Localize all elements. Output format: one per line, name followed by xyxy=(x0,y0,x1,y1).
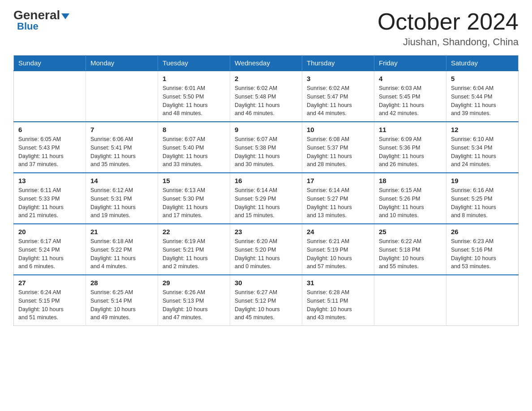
day-number: 12 xyxy=(451,126,514,133)
calendar-cell xyxy=(14,71,86,122)
day-number: 27 xyxy=(18,279,81,287)
day-info: Sunrise: 6:02 AM Sunset: 5:47 PM Dayligh… xyxy=(307,84,369,118)
calendar-cell: 31Sunrise: 6:28 AM Sunset: 5:11 PM Dayli… xyxy=(302,275,374,326)
day-info: Sunrise: 6:11 AM Sunset: 5:33 PM Dayligh… xyxy=(18,186,81,220)
day-number: 5 xyxy=(451,75,514,82)
calendar-cell: 1Sunrise: 6:01 AM Sunset: 5:50 PM Daylig… xyxy=(158,71,230,122)
calendar-cell: 2Sunrise: 6:02 AM Sunset: 5:48 PM Daylig… xyxy=(230,71,302,122)
day-info: Sunrise: 6:07 AM Sunset: 5:40 PM Dayligh… xyxy=(163,135,225,169)
calendar-cell xyxy=(374,275,446,326)
day-number: 13 xyxy=(18,177,81,184)
day-number: 29 xyxy=(163,279,225,287)
day-number: 21 xyxy=(90,228,153,235)
day-number: 15 xyxy=(163,177,225,184)
calendar-cell: 23Sunrise: 6:20 AM Sunset: 5:20 PM Dayli… xyxy=(230,224,302,275)
calendar-header-sunday: Sunday xyxy=(14,56,86,71)
calendar-header-tuesday: Tuesday xyxy=(158,56,230,71)
calendar-cell: 30Sunrise: 6:27 AM Sunset: 5:12 PM Dayli… xyxy=(230,275,302,326)
calendar-cell: 13Sunrise: 6:11 AM Sunset: 5:33 PM Dayli… xyxy=(14,173,86,224)
calendar-cell: 17Sunrise: 6:14 AM Sunset: 5:27 PM Dayli… xyxy=(302,173,374,224)
calendar-cell: 22Sunrise: 6:19 AM Sunset: 5:21 PM Dayli… xyxy=(158,224,230,275)
calendar-cell: 10Sunrise: 6:08 AM Sunset: 5:37 PM Dayli… xyxy=(302,122,374,173)
calendar-table: SundayMondayTuesdayWednesdayThursdayFrid… xyxy=(13,55,519,326)
day-info: Sunrise: 6:16 AM Sunset: 5:25 PM Dayligh… xyxy=(451,186,514,220)
day-info: Sunrise: 6:23 AM Sunset: 5:16 PM Dayligh… xyxy=(451,237,514,271)
day-info: Sunrise: 6:09 AM Sunset: 5:36 PM Dayligh… xyxy=(379,135,442,169)
calendar-cell: 28Sunrise: 6:25 AM Sunset: 5:14 PM Dayli… xyxy=(86,275,158,326)
calendar-week-row: 1Sunrise: 6:01 AM Sunset: 5:50 PM Daylig… xyxy=(14,71,519,122)
calendar-cell: 16Sunrise: 6:14 AM Sunset: 5:29 PM Dayli… xyxy=(230,173,302,224)
day-number: 22 xyxy=(163,228,225,235)
day-number: 4 xyxy=(379,75,442,82)
logo: General Blue xyxy=(13,9,69,31)
calendar-cell: 19Sunrise: 6:16 AM Sunset: 5:25 PM Dayli… xyxy=(446,173,519,224)
day-number: 28 xyxy=(90,279,153,287)
calendar-cell: 15Sunrise: 6:13 AM Sunset: 5:30 PM Dayli… xyxy=(158,173,230,224)
day-info: Sunrise: 6:26 AM Sunset: 5:13 PM Dayligh… xyxy=(163,288,225,322)
calendar-week-row: 20Sunrise: 6:17 AM Sunset: 5:24 PM Dayli… xyxy=(14,224,519,275)
month-title: October 2024 xyxy=(378,9,519,34)
day-info: Sunrise: 6:22 AM Sunset: 5:18 PM Dayligh… xyxy=(379,237,442,271)
day-number: 3 xyxy=(307,75,369,82)
day-number: 20 xyxy=(18,228,81,235)
day-info: Sunrise: 6:13 AM Sunset: 5:30 PM Dayligh… xyxy=(163,186,225,220)
calendar-cell: 24Sunrise: 6:21 AM Sunset: 5:19 PM Dayli… xyxy=(302,224,374,275)
day-info: Sunrise: 6:02 AM Sunset: 5:48 PM Dayligh… xyxy=(235,84,297,118)
day-number: 17 xyxy=(307,177,369,184)
day-number: 1 xyxy=(163,75,225,82)
calendar-cell: 7Sunrise: 6:06 AM Sunset: 5:41 PM Daylig… xyxy=(86,122,158,173)
calendar-cell: 6Sunrise: 6:05 AM Sunset: 5:43 PM Daylig… xyxy=(14,122,86,173)
calendar-cell xyxy=(86,71,158,122)
day-number: 18 xyxy=(379,177,442,184)
calendar-header-friday: Friday xyxy=(374,56,446,71)
logo-blue-text: Blue xyxy=(17,21,39,31)
day-info: Sunrise: 6:14 AM Sunset: 5:29 PM Dayligh… xyxy=(235,186,297,220)
day-number: 7 xyxy=(90,126,153,133)
calendar-header-thursday: Thursday xyxy=(302,56,374,71)
day-info: Sunrise: 6:14 AM Sunset: 5:27 PM Dayligh… xyxy=(307,186,369,220)
calendar-cell: 3Sunrise: 6:02 AM Sunset: 5:47 PM Daylig… xyxy=(302,71,374,122)
calendar-cell: 18Sunrise: 6:15 AM Sunset: 5:26 PM Dayli… xyxy=(374,173,446,224)
calendar-week-row: 27Sunrise: 6:24 AM Sunset: 5:15 PM Dayli… xyxy=(14,275,519,326)
day-info: Sunrise: 6:25 AM Sunset: 5:14 PM Dayligh… xyxy=(90,288,153,322)
day-number: 19 xyxy=(451,177,514,184)
day-number: 11 xyxy=(379,126,442,133)
calendar-cell: 4Sunrise: 6:03 AM Sunset: 5:45 PM Daylig… xyxy=(374,71,446,122)
calendar-cell: 26Sunrise: 6:23 AM Sunset: 5:16 PM Dayli… xyxy=(446,224,519,275)
day-number: 25 xyxy=(379,228,442,235)
calendar-cell: 8Sunrise: 6:07 AM Sunset: 5:40 PM Daylig… xyxy=(158,122,230,173)
calendar-cell: 21Sunrise: 6:18 AM Sunset: 5:22 PM Dayli… xyxy=(86,224,158,275)
calendar-cell: 14Sunrise: 6:12 AM Sunset: 5:31 PM Dayli… xyxy=(86,173,158,224)
day-info: Sunrise: 6:20 AM Sunset: 5:20 PM Dayligh… xyxy=(235,237,297,271)
day-number: 16 xyxy=(235,177,297,184)
logo-arrow-icon xyxy=(61,13,69,19)
day-number: 8 xyxy=(163,126,225,133)
day-info: Sunrise: 6:28 AM Sunset: 5:11 PM Dayligh… xyxy=(307,288,369,322)
calendar-header-monday: Monday xyxy=(86,56,158,71)
day-info: Sunrise: 6:24 AM Sunset: 5:15 PM Dayligh… xyxy=(18,288,81,322)
day-info: Sunrise: 6:04 AM Sunset: 5:44 PM Dayligh… xyxy=(451,84,514,118)
calendar-cell: 29Sunrise: 6:26 AM Sunset: 5:13 PM Dayli… xyxy=(158,275,230,326)
day-info: Sunrise: 6:10 AM Sunset: 5:34 PM Dayligh… xyxy=(451,135,514,169)
day-number: 2 xyxy=(235,75,297,82)
day-info: Sunrise: 6:15 AM Sunset: 5:26 PM Dayligh… xyxy=(379,186,442,220)
day-number: 23 xyxy=(235,228,297,235)
day-info: Sunrise: 6:03 AM Sunset: 5:45 PM Dayligh… xyxy=(379,84,442,118)
day-info: Sunrise: 6:05 AM Sunset: 5:43 PM Dayligh… xyxy=(18,135,81,169)
day-info: Sunrise: 6:18 AM Sunset: 5:22 PM Dayligh… xyxy=(90,237,153,271)
day-number: 30 xyxy=(235,279,297,287)
day-number: 6 xyxy=(18,126,81,133)
day-info: Sunrise: 6:19 AM Sunset: 5:21 PM Dayligh… xyxy=(163,237,225,271)
day-info: Sunrise: 6:08 AM Sunset: 5:37 PM Dayligh… xyxy=(307,135,369,169)
day-number: 31 xyxy=(307,279,369,287)
location-text: Jiushan, Shandong, China xyxy=(378,36,519,48)
day-info: Sunrise: 6:06 AM Sunset: 5:41 PM Dayligh… xyxy=(90,135,153,169)
calendar-cell: 27Sunrise: 6:24 AM Sunset: 5:15 PM Dayli… xyxy=(14,275,86,326)
title-block: October 2024 Jiushan, Shandong, China xyxy=(378,9,519,48)
page-header: General Blue October 2024 Jiushan, Shand… xyxy=(13,9,519,48)
calendar-header-saturday: Saturday xyxy=(446,56,519,71)
calendar-header-row: SundayMondayTuesdayWednesdayThursdayFrid… xyxy=(14,56,519,71)
calendar-cell: 20Sunrise: 6:17 AM Sunset: 5:24 PM Dayli… xyxy=(14,224,86,275)
day-info: Sunrise: 6:17 AM Sunset: 5:24 PM Dayligh… xyxy=(18,237,81,271)
calendar-cell: 25Sunrise: 6:22 AM Sunset: 5:18 PM Dayli… xyxy=(374,224,446,275)
